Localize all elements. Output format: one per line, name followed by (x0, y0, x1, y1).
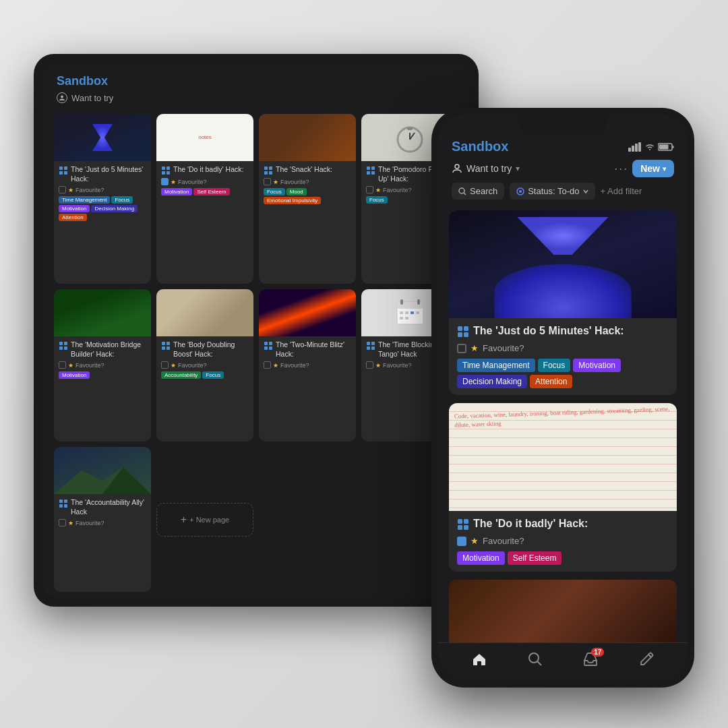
phone-card-2-title: The 'Do it badly' Hack: (473, 518, 588, 530)
tablet-card-9-checkbox[interactable] (59, 519, 66, 526)
svg-rect-29 (264, 342, 268, 345)
status-label: Status: To-do (528, 186, 579, 196)
svg-rect-45 (367, 346, 370, 350)
tag-motivation: Motivation (161, 188, 192, 195)
svg-rect-19 (367, 171, 370, 175)
grid-icon (59, 166, 68, 175)
tag-focus: Focus (264, 188, 285, 195)
tablet-card-6[interactable]: The 'Body Doubling Boost' Hack: ★ Favour… (156, 289, 253, 442)
svg-rect-49 (59, 499, 63, 503)
tablet-card-1-body: The 'Just do 5 Minutes' Hack: ★ Favourit… (54, 161, 151, 284)
home-nav-icon[interactable] (471, 651, 487, 667)
svg-rect-22 (64, 342, 67, 345)
phone-title: Sandbox (452, 139, 508, 154)
search-nav-icon[interactable] (527, 651, 543, 667)
tablet-card-5-checkbox[interactable] (59, 361, 66, 369)
phone-card-2[interactable]: Code, vacation, wine, laundry, ironing, … (449, 403, 677, 572)
filter-row: Search Status: To-do + Add filter (452, 183, 674, 200)
tablet-card-2-body: The 'Do it badly' Hack: ★ Favourite? Mot… (156, 161, 253, 284)
grid-icon (161, 166, 171, 175)
phone-bottom-nav: 17 (438, 642, 688, 681)
svg-rect-3 (59, 171, 63, 175)
tablet-card-1-checkbox[interactable] (59, 186, 66, 193)
tablet-card-8-checkbox[interactable] (366, 361, 373, 369)
svg-rect-2 (64, 166, 67, 170)
tablet-card-7-checkbox[interactable] (264, 361, 271, 369)
tablet-new-page[interactable]: + + New page (156, 503, 253, 537)
tag-attention: Attention (59, 214, 87, 221)
tablet-card-3-body: The 'Snack' Hack: ★ Favourite? Focus Moo… (259, 161, 356, 284)
svg-rect-25 (162, 342, 165, 345)
svg-rect-55 (635, 144, 638, 152)
svg-rect-50 (64, 499, 67, 503)
phone-card-2-tags: Motivation Self Esteem (457, 551, 669, 565)
tablet-card-3-fav: ★ Favourite? (264, 178, 351, 185)
tablet-card-3-title-row: The 'Snack' Hack: (264, 165, 351, 175)
svg-rect-37 (400, 311, 403, 314)
phone-screen: Sandbox (438, 115, 688, 681)
phone-card-1-body: The 'Just do 5 Minutes' Hack: ★ Favourit… (449, 318, 677, 395)
tablet-card-1[interactable]: The 'Just do 5 Minutes' Hack: ★ Favourit… (54, 114, 151, 284)
svg-rect-67 (458, 332, 462, 337)
tablet-card-6-thumb (156, 289, 253, 336)
tablet-grid: The 'Just do 5 Minutes' Hack: ★ Favourit… (43, 109, 469, 597)
phone-card-3[interactable]: The 'Snack' Hack: ★ Favourite? Focus Moo… (449, 580, 677, 642)
tablet-card-3[interactable]: The 'Snack' Hack: ★ Favourite? Focus Moo… (259, 114, 356, 284)
tablet-card-5-tags: Motivation (59, 371, 146, 379)
svg-rect-70 (464, 519, 468, 524)
svg-rect-26 (166, 342, 170, 345)
svg-rect-71 (458, 525, 462, 530)
add-filter-btn[interactable]: + Add filter (601, 186, 642, 196)
tablet-card-7[interactable]: The 'Two-Minute Blitz' Hack: ★ Favourite… (259, 289, 356, 442)
tablet-card-2-checkbox[interactable] (161, 178, 169, 185)
inbox-nav-icon[interactable]: 17 (582, 651, 599, 667)
svg-point-0 (61, 96, 63, 98)
edit-nav-icon[interactable] (638, 651, 655, 667)
svg-rect-53 (628, 148, 631, 152)
svg-rect-72 (464, 525, 468, 530)
phone-subtitle-row: Want to try ▾ ··· New ▾ (452, 160, 674, 177)
phone-content: The 'Just do 5 Minutes' Hack: ★ Favourit… (438, 205, 688, 642)
grid-icon (366, 341, 375, 351)
tablet-card-6-title: The 'Body Doubling Boost' Hack: (173, 340, 249, 359)
tablet-card-7-title: The 'Two-Minute Blitz' Hack: (276, 340, 351, 359)
tablet-card-6-tags: Accountability Focus (161, 371, 249, 379)
svg-rect-24 (64, 346, 67, 350)
tablet-card-2-thumb (156, 114, 253, 161)
status-btn[interactable]: Status: To-do (510, 183, 595, 200)
svg-rect-66 (464, 326, 468, 331)
phone-new-btn[interactable]: New ▾ (632, 160, 674, 177)
tablet-card-4-checkbox[interactable] (366, 186, 373, 193)
tablet-subtitle: Want to try (57, 92, 456, 103)
tablet-card-9[interactable]: The 'Accountability Ally' Hack ★ Favouri… (54, 447, 151, 592)
svg-rect-38 (405, 311, 408, 314)
tag-decision-making: Decision Making (91, 205, 138, 212)
grid-icon (59, 341, 68, 351)
phone-card-1[interactable]: The 'Just do 5 Minutes' Hack: ★ Favourit… (449, 210, 677, 395)
tablet-card-1-thumb (54, 114, 151, 161)
tablet-card-3-thumb (259, 114, 356, 161)
tablet-card-6-checkbox[interactable] (161, 361, 169, 369)
status-icon (516, 187, 524, 195)
grid-icon (366, 166, 375, 175)
phone-card-1-checkbox[interactable] (457, 344, 466, 353)
tablet-card-5[interactable]: The 'Motivation Bridge Builder' Hack: ★ … (54, 289, 151, 442)
svg-rect-5 (162, 166, 165, 170)
svg-rect-35 (400, 299, 403, 305)
phone-dots-btn[interactable]: ··· (614, 162, 628, 176)
tablet-card-9-thumb (54, 447, 151, 494)
grid-icon (457, 326, 469, 338)
tag-mood: Mood (286, 188, 307, 195)
home-icon (471, 651, 487, 667)
person-icon (57, 92, 67, 103)
svg-rect-17 (367, 166, 370, 170)
tag-self-esteem: Self Esteem (193, 188, 229, 195)
tablet-card-3-checkbox[interactable] (264, 178, 271, 185)
phone-card-2-checkbox[interactable] (457, 537, 466, 546)
phone-card-2-fav: Favourite? (483, 536, 524, 546)
tablet-card-2[interactable]: The 'Do it badly' Hack: ★ Favourite? Mot… (156, 114, 253, 284)
search-btn[interactable]: Search (452, 183, 504, 200)
inbox-badge: 17 (591, 648, 604, 657)
search-icon (527, 651, 543, 667)
tablet-title: Sandbox (57, 74, 456, 88)
